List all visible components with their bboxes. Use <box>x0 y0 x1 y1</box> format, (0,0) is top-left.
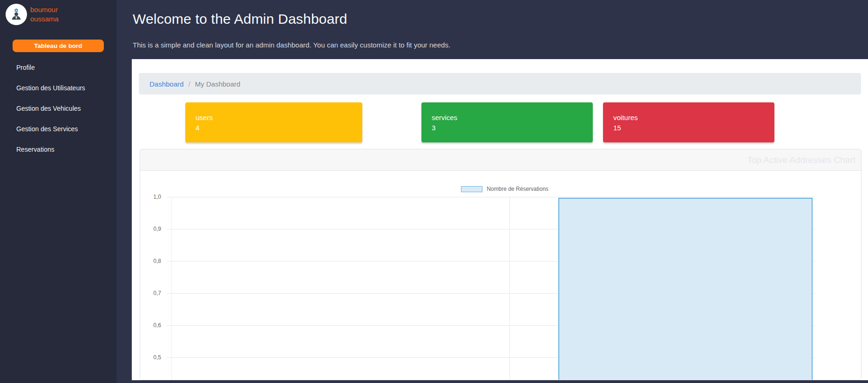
stat-card-value: 3 <box>432 123 593 132</box>
y-tick-label: 0,7 <box>142 289 161 297</box>
sidebar-item-reservations[interactable]: Reservations <box>16 145 54 154</box>
gridline <box>509 197 510 380</box>
stat-card-value: 4 <box>196 123 362 132</box>
breadcrumb: Dashboard / My Dashboard <box>139 73 861 94</box>
stat-card-label: services <box>432 113 593 122</box>
avatar <box>6 4 27 25</box>
stat-card-label: users <box>196 113 362 122</box>
sidebar-item-gestion-des-services[interactable]: Gestion des Services <box>16 124 78 134</box>
reservations-bar-chart: Nombre de Réservations 1,0 0,9 0,8 0,7 0… <box>140 171 861 380</box>
sidebar-item-gestion-des-vehicules[interactable]: Gestion des Vehicules <box>16 104 81 113</box>
stat-card-services: services 3 <box>421 102 593 142</box>
breadcrumb-separator: / <box>188 80 190 88</box>
legend-color-box <box>461 186 482 192</box>
page-subtitle: This is a simple and clean layout for an… <box>133 41 450 49</box>
breadcrumb-current: My Dashboard <box>195 80 241 88</box>
stat-card-label: voitures <box>613 113 774 122</box>
y-tick-label: 0,6 <box>142 322 161 329</box>
user-name-line1: boumour <box>30 5 59 14</box>
page-title: Welcome to the Admin Dashboard <box>133 11 347 27</box>
sidebar-item-profile[interactable]: Profile <box>16 63 35 72</box>
sidebar-item-tableau-de-bord[interactable]: Tableau de bord <box>13 40 104 52</box>
y-tick-label: 0,8 <box>142 257 161 265</box>
y-tick-label: 0,9 <box>142 225 161 233</box>
reservations-chart-panel: Top Active Addresses Chart Nombre de Rés… <box>140 149 861 380</box>
admin-avatar-icon <box>9 7 23 21</box>
sidebar-item-gestion-des-utilisateurs[interactable]: Gestion des Utilisateurs <box>16 83 85 93</box>
bar-nombre-de-reservations <box>558 198 813 380</box>
y-axis-line <box>171 197 172 380</box>
user-name-line2: oussama <box>30 14 59 24</box>
main-content: Dashboard / My Dashboard users 4 service… <box>132 59 868 380</box>
y-tick-label: 1,0 <box>142 193 161 201</box>
stat-card-voitures: voitures 15 <box>603 102 774 142</box>
stat-card-users: users 4 <box>185 102 362 142</box>
sidebar-user-name: boumour oussama <box>30 5 59 24</box>
chart-panel-header: Top Active Addresses Chart <box>140 149 861 171</box>
chart-legend[interactable]: Nombre de Réservations <box>140 185 861 193</box>
chart-panel-title: Top Active Addresses Chart <box>747 155 855 165</box>
gridline <box>167 197 815 197</box>
y-tick-label: 0,5 <box>142 354 161 361</box>
stat-card-value: 15 <box>613 123 774 132</box>
legend-label: Nombre de Réservations <box>487 186 549 192</box>
breadcrumb-link-dashboard[interactable]: Dashboard <box>149 80 183 88</box>
sidebar: boumour oussama Tableau de bord Profile … <box>0 0 116 383</box>
